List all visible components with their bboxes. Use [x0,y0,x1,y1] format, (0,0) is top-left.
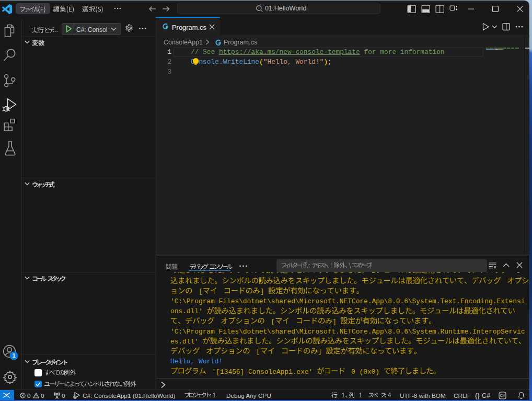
svg-text:1: 1 [12,352,15,359]
svg-text:C#: C# [500,393,505,398]
